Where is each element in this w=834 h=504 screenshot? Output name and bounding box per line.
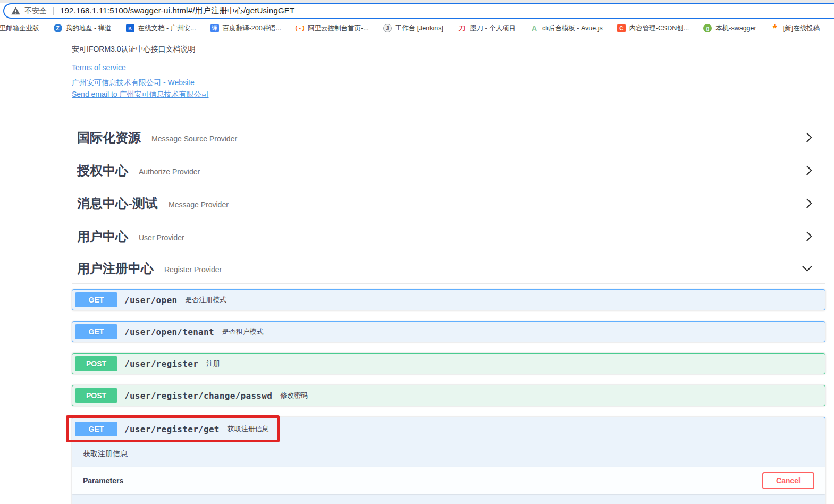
bookmark-online-doc[interactable]: K 在线文档 - 广州安... bbox=[126, 24, 196, 33]
address-bar[interactable]: 不安全 192.168.1.11:5100/swagger-ui.html#/用… bbox=[3, 3, 834, 19]
op-summary-change-passwd[interactable]: POST /user/register/change/passwd 修改密码 bbox=[72, 385, 825, 406]
doc-icon: K bbox=[126, 24, 134, 32]
baidu-translate-icon: 译 bbox=[210, 24, 219, 32]
zentao-icon: Z bbox=[54, 24, 62, 32]
bookmark-baidu-translate[interactable]: 译 百度翻译-200种语... bbox=[210, 24, 281, 33]
bookmark-aliyun-console[interactable]: (-) 阿里云控制台首页-... bbox=[296, 24, 369, 33]
csdn-icon: C bbox=[617, 24, 626, 32]
op-summary-text: 修改密码 bbox=[280, 391, 308, 400]
tag-section-register: 用户注册中心 Register Provider GET /user/open … bbox=[72, 253, 825, 504]
send-email-link[interactable]: Send email to 广州安可信息技术有限公司 bbox=[72, 88, 825, 100]
swagger-icon: {} bbox=[703, 24, 712, 32]
get-method-badge: GET bbox=[75, 422, 117, 436]
tag-description: Register Provider bbox=[164, 265, 222, 274]
tag-section-message: 消息中心-测试 Message Provider bbox=[72, 187, 825, 220]
post-method-badge: POST bbox=[75, 356, 117, 371]
tag-header-message-source[interactable]: 国际化资源 Message Source Provider bbox=[72, 121, 825, 154]
op-summary-register-get[interactable]: GET /user/register/get 获取注册信息 bbox=[72, 417, 825, 441]
jenkins-icon: J bbox=[383, 24, 392, 32]
op-path: /user/register/change/passwd bbox=[124, 391, 272, 401]
op-summary-text: 注册 bbox=[206, 359, 220, 368]
parameters-header: Parameters Cancel bbox=[72, 467, 825, 494]
chevron-right-icon bbox=[802, 132, 812, 142]
op-summary-text: 是否注册模式 bbox=[185, 295, 226, 305]
terms-of-service-link[interactable]: Terms of service bbox=[72, 62, 825, 73]
star-icon: * bbox=[771, 24, 779, 32]
op-summary-text: 是否租户模式 bbox=[222, 327, 264, 337]
tag-description: Message Provider bbox=[169, 200, 229, 209]
opblock-register-get: GET /user/register/get 获取注册信息 获取注册信息 Par… bbox=[72, 417, 825, 504]
chevron-right-icon bbox=[802, 198, 812, 208]
parameters-body bbox=[72, 494, 825, 504]
url-text[interactable]: 192.168.1.11:5100/swagger-ui.html#/用户注册中… bbox=[60, 6, 294, 16]
tag-header-user[interactable]: 用户中心 User Provider bbox=[72, 220, 825, 253]
bookmark-online-submit[interactable]: * [新]在线投稿 bbox=[771, 24, 820, 33]
tag-header-authorize[interactable]: 授权中心 Authorize Provider bbox=[72, 154, 825, 187]
tag-description: Message Source Provider bbox=[151, 135, 237, 143]
bookmark-avue[interactable]: A cli后台模板 - Avue.js bbox=[530, 24, 603, 33]
get-method-badge: GET bbox=[75, 324, 117, 339]
chevron-right-icon bbox=[802, 165, 812, 175]
tag-header-message[interactable]: 消息中心-测试 Message Provider bbox=[72, 187, 825, 220]
tag-title: 国际化资源 bbox=[77, 129, 141, 146]
bookmark-local-swagger[interactable]: {} 本机-swagger bbox=[703, 24, 756, 33]
op-path: /user/open bbox=[124, 295, 177, 305]
bookmarks-bar: 阿里邮箱企业版 Z 我的地盘 - 禅道 K 在线文档 - 广州安... 译 百度… bbox=[0, 19, 834, 37]
op-summary-user-register[interactable]: POST /user/register 注册 bbox=[72, 354, 825, 374]
tag-header-register[interactable]: 用户注册中心 Register Provider bbox=[72, 253, 825, 284]
get-method-badge: GET bbox=[75, 292, 117, 307]
api-tag-list: 国际化资源 Message Source Provider 授权中心 Autho… bbox=[72, 121, 825, 504]
cancel-button[interactable]: Cancel bbox=[762, 472, 814, 489]
op-summary-user-open[interactable]: GET /user/open 是否注册模式 bbox=[72, 290, 825, 310]
avue-icon: A bbox=[530, 24, 538, 32]
post-method-badge: POST bbox=[75, 388, 117, 403]
opblock-user-open: GET /user/open 是否注册模式 bbox=[72, 289, 825, 310]
swagger-ui-page: 安可IFORM3.0认证中心接口文档说明 Terms of service 广州… bbox=[0, 37, 834, 504]
tag-description: Authorize Provider bbox=[139, 167, 200, 176]
not-secure-warning-icon bbox=[11, 7, 20, 15]
opblock-change-passwd: POST /user/register/change/passwd 修改密码 bbox=[72, 385, 825, 406]
bookmark-zentao[interactable]: Z 我的地盘 - 禅道 bbox=[54, 24, 112, 33]
address-separator bbox=[53, 7, 54, 15]
parameters-title: Parameters bbox=[83, 476, 123, 485]
tag-title: 消息中心-测试 bbox=[77, 195, 158, 212]
op-summary-user-open-tenant[interactable]: GET /user/open/tenant 是否租户模式 bbox=[72, 322, 825, 342]
tag-section-message-source: 国际化资源 Message Source Provider bbox=[72, 121, 825, 154]
tag-section-user: 用户中心 User Provider bbox=[72, 220, 825, 253]
operations-list: GET /user/open 是否注册模式 GET /user/open/ten… bbox=[72, 284, 825, 504]
bookmark-ali-mail[interactable]: 阿里邮箱企业版 bbox=[0, 24, 39, 33]
aliyun-icon: (-) bbox=[296, 24, 304, 32]
api-info-links: Terms of service 广州安可信息技术有限公司 - Website … bbox=[72, 62, 825, 100]
not-secure-label[interactable]: 不安全 bbox=[24, 6, 47, 16]
modao-icon: 刀 bbox=[458, 24, 466, 32]
op-body: 获取注册信息 Parameters Cancel bbox=[72, 441, 825, 504]
chevron-down-icon bbox=[802, 262, 812, 271]
website-link[interactable]: 广州安可信息技术有限公司 - Website bbox=[72, 77, 825, 88]
op-description: 获取注册信息 bbox=[72, 441, 825, 467]
tag-title: 授权中心 bbox=[77, 162, 128, 179]
tag-title: 用户注册中心 bbox=[77, 260, 154, 277]
tag-title: 用户中心 bbox=[77, 228, 128, 245]
op-summary-text: 获取注册信息 bbox=[228, 424, 269, 434]
opblock-user-open-tenant: GET /user/open/tenant 是否租户模式 bbox=[72, 321, 825, 342]
api-description-title: 安可IFORM3.0认证中心接口文档说明 bbox=[72, 45, 825, 54]
tag-section-authorize: 授权中心 Authorize Provider bbox=[72, 154, 825, 187]
opblock-user-register: POST /user/register 注册 bbox=[72, 353, 825, 374]
bookmark-modao[interactable]: 刀 墨刀 - 个人项目 bbox=[458, 24, 516, 33]
op-path: /user/register bbox=[124, 359, 198, 369]
bookmark-jenkins[interactable]: J 工作台 [Jenkins] bbox=[383, 24, 443, 33]
browser-toolbar: 不安全 192.168.1.11:5100/swagger-ui.html#/用… bbox=[0, 3, 834, 19]
chevron-right-icon bbox=[802, 231, 812, 241]
op-path: /user/open/tenant bbox=[124, 327, 214, 337]
bookmark-csdn[interactable]: C 内容管理-CSDN创... bbox=[617, 24, 689, 33]
tag-description: User Provider bbox=[139, 233, 184, 242]
op-path: /user/register/get bbox=[124, 424, 220, 434]
